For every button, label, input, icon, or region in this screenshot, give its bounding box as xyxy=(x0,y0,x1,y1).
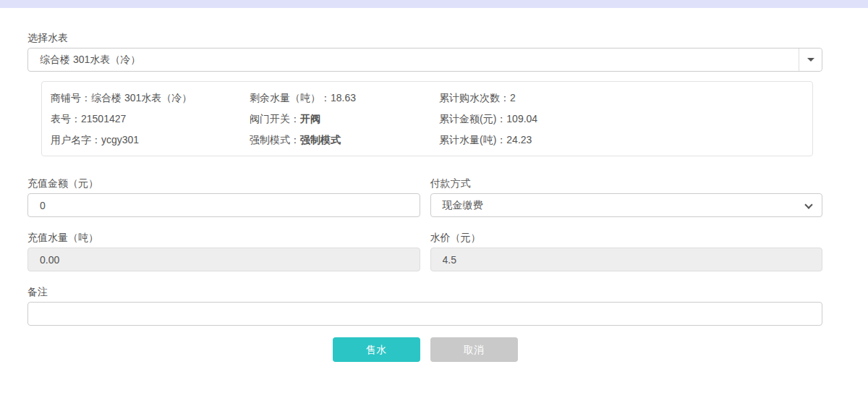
top-accent-bar xyxy=(0,0,868,8)
payment-method-label: 付款方式 xyxy=(430,176,823,190)
info-remaining-water: 剩余水量（吨）：18.63 xyxy=(250,90,439,105)
water-price-label: 水价（元） xyxy=(430,230,823,245)
caret-down-icon xyxy=(807,58,814,62)
info-user-name: 用户名字：ycgy301 xyxy=(51,132,250,147)
meter-select[interactable]: 综合楼 301水表（冷） xyxy=(27,48,822,72)
meter-select-value: 综合楼 301水表（冷） xyxy=(28,48,799,71)
sell-water-button[interactable]: 售水 xyxy=(333,337,420,362)
remark-input[interactable] xyxy=(27,302,822,326)
remark-label: 备注 xyxy=(27,284,822,299)
meter-select-label: 选择水表 xyxy=(27,30,822,45)
info-force-mode: 强制模式：强制模式 xyxy=(250,132,439,147)
water-price-input xyxy=(430,248,823,271)
info-shop-number: 商铺号：综合楼 301水表（冷） xyxy=(51,90,250,105)
payment-method-value: 现金缴费 xyxy=(443,199,483,212)
recharge-volume-input xyxy=(27,248,420,271)
info-total-water: 累计水量(吨)：24.23 xyxy=(439,132,804,147)
info-total-amount: 累计金额(元)：109.04 xyxy=(439,111,804,126)
meter-info-panel: 商铺号：综合楼 301水表（冷） 剩余水量（吨）：18.63 累计购水次数：2 … xyxy=(41,81,813,156)
recharge-amount-label: 充值金额（元） xyxy=(27,176,420,190)
info-valve-status: 阀门开关：开阀 xyxy=(250,111,439,126)
cancel-button[interactable]: 取消 xyxy=(430,337,518,362)
payment-method-select[interactable]: 现金缴费 xyxy=(430,193,823,217)
sell-water-form: 选择水表 综合楼 301水表（冷） 商铺号：综合楼 301水表（冷） 剩余水量（… xyxy=(0,30,868,362)
meter-select-arrow-button[interactable] xyxy=(799,48,822,71)
form-actions: 售水 取消 xyxy=(27,337,822,362)
info-meter-number: 表号：21501427 xyxy=(51,111,250,126)
info-purchase-count: 累计购水次数：2 xyxy=(439,90,804,105)
recharge-amount-input[interactable] xyxy=(27,193,420,217)
recharge-volume-label: 充值水量（吨） xyxy=(27,230,420,245)
chevron-down-icon xyxy=(804,200,812,208)
